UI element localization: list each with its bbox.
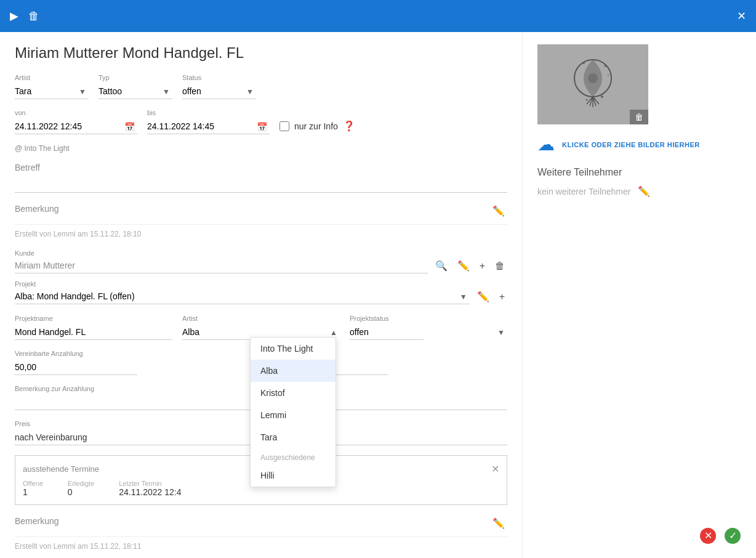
- kunde-delete-icon[interactable]: 🗑: [493, 258, 507, 274]
- betreff-group: Betreff: [15, 163, 507, 203]
- von-group: von 📅: [15, 109, 137, 134]
- status-group: Status offen ▼: [182, 74, 256, 99]
- projekt-label: Projekt: [15, 280, 36, 288]
- letzter-termin-label: Letzter Termin: [119, 480, 181, 487]
- upload-icon: ☁: [537, 134, 555, 155]
- dropdown-item-kristof[interactable]: Kristof: [251, 382, 336, 404]
- svg-point-3: [605, 65, 606, 67]
- dropdown-category-ausgeschiedene: Ausgeschiedene: [251, 448, 336, 464]
- status-select[interactable]: offen: [182, 84, 256, 99]
- kunde-search-icon[interactable]: 🔍: [433, 257, 450, 274]
- dropdown-item-into-the-light[interactable]: Into The Light: [251, 338, 336, 360]
- bis-input[interactable]: [147, 119, 270, 134]
- bemerkung-bottom-divider: [15, 536, 507, 537]
- kunde-group: Kunde Miriam Mutterer 🔍 ✏️ + 🗑: [15, 248, 507, 274]
- projektname-input[interactable]: [15, 325, 172, 340]
- svg-point-6: [586, 99, 588, 101]
- projekt-artist-select[interactable]: Alba: [182, 325, 256, 340]
- termine-close-button[interactable]: ✕: [491, 463, 499, 475]
- confirm-button[interactable]: ✓: [724, 527, 741, 548]
- form-row-2: von 📅 bis 📅 nur zur Info ❓: [15, 109, 507, 134]
- letzter-termin-group: Letzter Termin 24.11.2022 12:4: [119, 480, 181, 497]
- erledigte-value: 0: [68, 487, 94, 497]
- erledigte-group: Erledigte 0: [68, 480, 94, 497]
- projekt-details: Projektname Artist Alba ▲ Into The Light…: [15, 315, 507, 340]
- bemerkung-label: Bemerkung: [15, 204, 59, 214]
- left-panel: Miriam Mutterer Mond Handgel. FL Artist …: [0, 32, 522, 558]
- projektstatus-label: Projektstatus: [350, 315, 507, 322]
- letzter-termin-value: 24.11.2022 12:4: [119, 487, 181, 497]
- kunde-edit-icon[interactable]: ✏️: [455, 257, 472, 274]
- projektstatus-arrow: ▼: [497, 328, 505, 337]
- send-icon[interactable]: ▶: [10, 9, 18, 23]
- page-title: Miriam Mutterer Mond Handgel. FL: [15, 44, 507, 62]
- termine-title: ausstehende Termine: [23, 464, 99, 474]
- svg-point-5: [601, 95, 603, 98]
- nur-zur-info-checkbox[interactable]: [279, 121, 289, 131]
- typ-group: Typ Tattoo ▼: [99, 74, 172, 99]
- svg-point-1: [588, 73, 598, 83]
- help-icon: ❓: [343, 120, 355, 132]
- projektname-label: Projektname: [15, 315, 172, 322]
- bis-label: bis: [147, 109, 270, 116]
- bemerkung-bottom-edit-icon[interactable]: ✏️: [490, 515, 507, 532]
- svg-point-2: [582, 62, 585, 64]
- created-info-bottom: Erstellt von Lemmi am 15.11.22, 18:11: [15, 542, 507, 551]
- von-calendar-icon: 📅: [124, 122, 135, 132]
- upload-area[interactable]: ☁ KLICKE ODER ZIEHE BILDER HIERHER: [537, 134, 741, 155]
- bemerkung-bottom-label: Bemerkung: [15, 516, 59, 526]
- projekt-group: Projekt Alba: Mond Handgel. FL (offen) ▼…: [15, 279, 507, 305]
- projekt-row: Alba: Mond Handgel. FL (offen) ▼ ✏️ +: [15, 288, 507, 305]
- vereinbarte-anzahlung-group: Vereinbarte Anzahlung: [15, 350, 256, 375]
- von-label: von: [15, 109, 137, 116]
- offene-label: Offene: [23, 480, 43, 487]
- projekt-add-icon[interactable]: +: [497, 289, 507, 305]
- dropdown-item-hilli[interactable]: Hilli: [251, 464, 336, 487]
- nur-zur-info-group: nur zur Info ❓: [279, 120, 355, 134]
- bemerkung-bottom-row: Bemerkung ✏️: [15, 515, 507, 532]
- vereinbarte-anzahlung-input[interactable]: [15, 360, 137, 375]
- kunde-name: Miriam Mutterer: [15, 258, 428, 273]
- top-bar: ▶ 🗑 ✕: [0, 0, 756, 32]
- dropdown-item-tara[interactable]: Tara: [251, 426, 336, 448]
- cancel-icon: ✕: [699, 527, 717, 544]
- projekt-artist-arrow: ▲: [330, 328, 337, 337]
- upload-text: KLICKE ODER ZIEHE BILDER HIERHER: [562, 141, 700, 148]
- weitere-title: Weitere Teilnehmer: [537, 167, 741, 178]
- dropdown-item-alba[interactable]: Alba: [251, 360, 336, 382]
- image-container: 🗑: [537, 44, 741, 124]
- right-panel: 🗑 ☁ KLICKE ODER ZIEHE BILDER HIERHER Wei…: [522, 32, 756, 558]
- delete-top-icon[interactable]: 🗑: [28, 10, 39, 23]
- main-content: Miriam Mutterer Mond Handgel. FL Artist …: [0, 32, 756, 558]
- von-input[interactable]: [15, 119, 137, 134]
- betreff-label: Betreff: [15, 163, 507, 172]
- bemerkung-row: Bemerkung ✏️: [15, 203, 507, 219]
- vereinbarte-anzahlung-label: Vereinbarte Anzahlung: [15, 350, 256, 357]
- betreff-input[interactable]: [15, 177, 507, 193]
- projektstatus-select[interactable]: offen: [350, 325, 424, 340]
- dropdown-item-lemmi[interactable]: Lemmi: [251, 404, 336, 426]
- artist-select[interactable]: Tara: [15, 84, 89, 99]
- artist-label: Artist: [15, 74, 89, 81]
- typ-select[interactable]: Tattoo: [99, 84, 172, 99]
- projektstatus-group: Projektstatus offen ▼: [350, 315, 507, 340]
- weitere-section: Weitere Teilnehmer kein weiterer Teilneh…: [537, 167, 741, 200]
- projekt-artist-group: Artist Alba ▲ Into The Light Alba Kristo…: [182, 315, 340, 340]
- bemerkung-edit-icon[interactable]: ✏️: [490, 203, 507, 219]
- cancel-button[interactable]: ✕: [699, 527, 717, 548]
- form-row-1: Artist Tara ▼ Typ Tattoo ▼ Statu: [15, 74, 507, 99]
- artist-dropdown: Into The Light Alba Kristof Lemmi Tara A…: [250, 337, 336, 487]
- kunde-add-icon[interactable]: +: [477, 258, 488, 274]
- image-delete-button[interactable]: 🗑: [630, 110, 648, 124]
- status-label: Status: [182, 74, 256, 81]
- offene-group: Offene 1: [23, 480, 43, 497]
- svg-text:✓: ✓: [729, 530, 737, 541]
- projektname-group: Projektname: [15, 315, 172, 340]
- projekt-select[interactable]: Alba: Mond Handgel. FL (offen): [15, 289, 470, 304]
- offene-value: 1: [23, 487, 43, 497]
- kein-teilnehmer-text: kein weiterer Teilnehmer: [537, 187, 630, 196]
- projekt-edit-icon[interactable]: ✏️: [475, 288, 492, 305]
- top-bar-left: ▶ 🗑: [10, 9, 39, 23]
- weitere-edit-icon[interactable]: ✏️: [635, 183, 653, 200]
- close-icon[interactable]: ✕: [737, 9, 746, 23]
